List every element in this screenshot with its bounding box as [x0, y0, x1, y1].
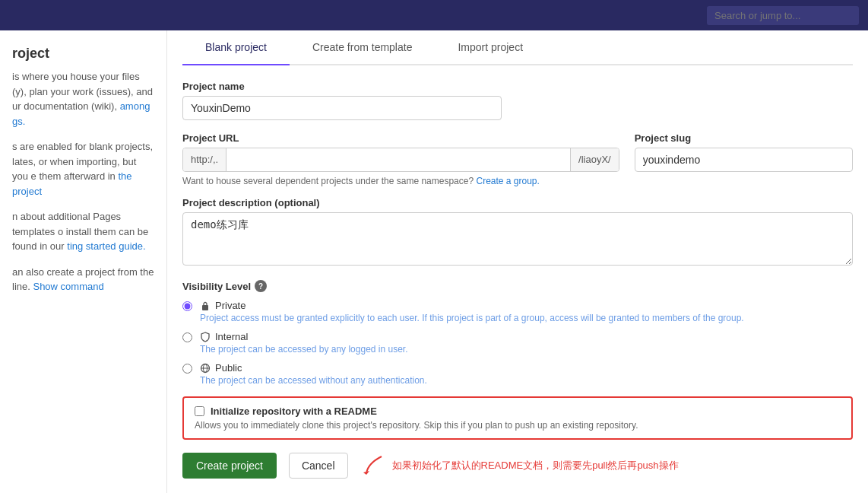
readme-checkbox[interactable]	[195, 406, 204, 416]
project-name-label: Project name	[182, 81, 853, 92]
url-slug-row: Project URL http:/,. /liaoyX/ Project sl…	[182, 132, 853, 172]
sidebar-section-3: n about additional Pages templates o ins…	[12, 209, 154, 254]
description-input[interactable]: demo练习库	[182, 212, 853, 266]
visibility-option-public: Public The project can be accessed witho…	[182, 362, 853, 386]
sidebar-title: roject	[12, 46, 154, 62]
svg-rect-0	[202, 305, 208, 310]
visibility-public-desc: The project can be accessed without any …	[200, 375, 427, 386]
content-area: Blank project Create from template Impor…	[167, 30, 868, 493]
visibility-private-title: Private	[200, 300, 744, 311]
shield-icon	[200, 332, 211, 342]
project-slug-input[interactable]	[635, 148, 853, 172]
project-name-section: Project name	[182, 81, 853, 120]
sidebar-section-4: an also create a project from the line. …	[12, 265, 154, 294]
create-group-link[interactable]: Create a group.	[476, 176, 539, 186]
readme-box: Initialize repository with a README Allo…	[182, 396, 853, 440]
sidebar-link1[interactable]: among gs.	[12, 100, 150, 127]
url-help-text: Want to house several dependent projects…	[182, 176, 853, 186]
sidebar-p4: an also create a project from the line. …	[12, 265, 154, 294]
sidebar-section-1: is where you house your files (y), plan …	[12, 69, 154, 129]
readme-desc: Allows you to immediately clone this pro…	[195, 420, 841, 431]
annotation-arrow-icon	[360, 452, 388, 479]
sidebar-link3[interactable]: ting started guide.	[67, 240, 145, 252]
sidebar-section-2: s are enabled for blank projects, lates,…	[12, 139, 154, 199]
lock-icon	[200, 301, 211, 311]
description-section: Project description (optional) demo练习库	[182, 197, 853, 268]
tab-blank-project[interactable]: Blank project	[182, 30, 290, 65]
globe-icon	[200, 363, 211, 374]
visibility-internal-desc: The project can be accessed by any logge…	[200, 344, 408, 355]
sidebar-show-command-link[interactable]: Show command	[33, 281, 103, 292]
tab-create-from-template[interactable]: Create from template	[290, 30, 436, 65]
sidebar: roject is where you house your files (y)…	[0, 30, 167, 493]
sidebar-p1: is where you house your files (y), plan …	[12, 69, 154, 129]
cancel-button[interactable]: Cancel	[289, 453, 348, 479]
project-url-label: Project URL	[182, 132, 619, 144]
project-name-input[interactable]	[182, 96, 502, 120]
visibility-option-internal: Internal The project can be accessed by …	[182, 331, 853, 355]
visibility-radio-internal[interactable]	[182, 332, 192, 342]
visibility-radio-private[interactable]	[182, 301, 192, 311]
description-label: Project description (optional)	[182, 197, 853, 208]
sidebar-p3: n about additional Pages templates o ins…	[12, 209, 154, 254]
url-input-group: http:/,. /liaoyX/	[182, 148, 619, 172]
url-middle-input[interactable]	[227, 148, 570, 171]
main-layout: roject is where you house your files (y)…	[0, 30, 868, 493]
visibility-radio-public[interactable]	[182, 364, 192, 374]
visibility-help-icon[interactable]: ?	[255, 280, 267, 292]
visibility-internal-title: Internal	[200, 331, 408, 342]
url-suffix: /liaoyX/	[570, 148, 619, 171]
readme-title: Initialize repository with a README	[211, 406, 377, 417]
sidebar-p2: s are enabled for blank projects, lates,…	[12, 139, 154, 199]
visibility-public-title: Public	[200, 362, 427, 374]
annotation-text: 如果初始化了默认的README文档，则需要先pull然后再push操作	[392, 459, 679, 472]
tab-import-project[interactable]: Import project	[435, 30, 546, 65]
top-bar	[0, 0, 868, 30]
visibility-section: Visibility Level ? Private Project acces…	[182, 280, 853, 386]
create-project-button[interactable]: Create project	[182, 453, 277, 479]
project-slug-label: Project slug	[635, 132, 853, 144]
visibility-option-private: Private Project access must be granted e…	[182, 300, 853, 323]
slug-section: Project slug	[635, 132, 853, 172]
search-input[interactable]	[707, 6, 859, 25]
url-prefix: http:/,.	[183, 148, 227, 171]
annotation: 如果初始化了默认的README文档，则需要先pull然后再push操作	[360, 452, 679, 479]
footer-row: Create project Cancel 如果初始化了默认的README文档，…	[182, 452, 853, 479]
readme-checkbox-row: Initialize repository with a README	[195, 406, 841, 417]
url-section: Project URL http:/,. /liaoyX/	[182, 132, 619, 172]
tabs: Blank project Create from template Impor…	[182, 30, 853, 65]
sidebar-link2[interactable]: the project	[12, 170, 132, 197]
visibility-label: Visibility Level ?	[182, 280, 853, 292]
visibility-private-desc: Project access must be granted explicitl…	[200, 313, 744, 323]
